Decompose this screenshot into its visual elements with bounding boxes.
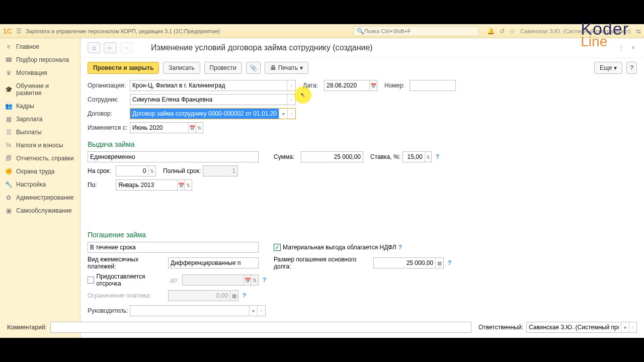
options-icon[interactable]: ⋮: [616, 43, 626, 52]
bell-icon[interactable]: 🔔: [487, 28, 495, 35]
app-title: Зарплата и управление персоналом КОРП, р…: [26, 28, 220, 34]
help-icon[interactable]: ?: [448, 259, 451, 266]
term-field[interactable]: ⇅: [116, 165, 156, 176]
grid-icon: ▦: [5, 116, 12, 123]
sidebar-item-payments[interactable]: ☰Выплаты: [0, 126, 80, 139]
sum-label: Сумма:: [274, 153, 299, 160]
employee-label: Сотрудник:: [88, 96, 128, 103]
chevron-down-icon[interactable]: ▾: [621, 322, 628, 332]
sidebar-item-main[interactable]: ≡Главное: [0, 40, 80, 53]
sidebar-item-motivation[interactable]: ♛Мотивация: [0, 66, 80, 79]
repay-section-title: Погашение займа: [88, 231, 637, 239]
sidebar-item-taxes[interactable]: %Налоги и взносы: [0, 139, 80, 152]
org-field[interactable]: ▫: [130, 80, 296, 91]
open-icon[interactable]: ▫: [287, 95, 295, 105]
calendar-icon[interactable]: 📅: [177, 180, 185, 190]
stepper-icon[interactable]: ⇅: [196, 123, 203, 133]
benefit-checkbox[interactable]: ✓ Материальная выгода облагается НДФЛ ?: [274, 244, 402, 251]
help-button[interactable]: ?: [626, 62, 637, 74]
close-icon[interactable]: ×: [629, 43, 637, 52]
back-button[interactable]: ←: [104, 42, 117, 53]
save-button[interactable]: Записать: [163, 62, 200, 74]
wrench-icon: 🔧: [5, 181, 12, 188]
sidebar-item-hr[interactable]: 👥Кадры: [0, 100, 80, 113]
repay-size-field[interactable]: ▦: [373, 257, 444, 268]
org-label: Организация:: [88, 82, 128, 89]
home-button[interactable]: ⌂: [88, 42, 101, 53]
user-label[interactable]: Савинская З.Ю. (Системный программист): [520, 28, 631, 34]
search-box[interactable]: 🔍: [353, 26, 479, 36]
number-field[interactable]: [410, 80, 456, 91]
comment-field[interactable]: [80, 322, 471, 333]
rate-field[interactable]: ⇅: [403, 151, 432, 162]
sidebar-item-admin[interactable]: ✿Администрирование: [0, 191, 80, 204]
open-icon[interactable]: ▫: [257, 306, 265, 316]
help-icon[interactable]: ?: [436, 153, 439, 160]
crown-icon: ♛: [5, 69, 12, 76]
sidebar-item-training[interactable]: 🎓Обучение и развитие: [0, 79, 80, 100]
percent-icon: %: [5, 142, 12, 149]
sidebar-item-settings[interactable]: 🔧Настройка: [0, 178, 80, 191]
payment-type-field[interactable]: [168, 257, 259, 268]
checkbox-icon: [88, 277, 94, 284]
sidebar-item-recruit[interactable]: ☎Подбор персонала: [0, 53, 80, 66]
help-icon[interactable]: ?: [243, 292, 246, 299]
attach-button[interactable]: 📎: [246, 62, 261, 74]
number-label: Номер:: [384, 82, 408, 89]
stepper-icon[interactable]: ⇅: [425, 152, 431, 162]
calendar-icon[interactable]: 📅: [369, 80, 377, 90]
stepper-icon[interactable]: ⇅: [184, 180, 192, 190]
history-icon[interactable]: ↺: [500, 28, 505, 35]
contract-label: Договор:: [88, 110, 128, 117]
more-button[interactable]: Еще ▾: [594, 62, 622, 74]
list-icon: ≡: [5, 43, 12, 50]
calc-icon[interactable]: ▦: [435, 258, 443, 268]
post-button[interactable]: Провести: [204, 62, 242, 74]
search-icon: 🔍: [357, 28, 364, 35]
menu-icon[interactable]: ☰: [16, 28, 22, 35]
issue-mode-field[interactable]: [88, 151, 259, 162]
chevron-down-icon: ▾: [300, 64, 303, 71]
contract-field[interactable]: ▾▫: [130, 108, 296, 119]
manager-field[interactable]: ▾▫: [130, 305, 266, 316]
print-button[interactable]: 🖶Печать ▾: [265, 62, 308, 74]
calc-icon: ▦: [230, 291, 238, 301]
post-and-close-button[interactable]: Провести и закрыть: [88, 62, 159, 74]
sidebar-item-safety[interactable]: ✊Охрана труда: [0, 165, 80, 178]
people-icon: 👥: [5, 103, 12, 110]
search-input[interactable]: [364, 28, 475, 34]
help-icon[interactable]: ?: [398, 244, 402, 251]
help-icon[interactable]: ?: [263, 277, 266, 284]
stepper-icon[interactable]: ⇅: [148, 166, 155, 176]
repay-mode-field[interactable]: [88, 242, 259, 253]
sidebar-item-reports[interactable]: 🗐Отчетность, справки: [0, 152, 80, 165]
deferral-checkbox[interactable]: Предоставляется отсрочка: [88, 273, 168, 287]
responsible-field[interactable]: ▾▫: [526, 322, 637, 333]
forward-button[interactable]: →: [120, 42, 133, 53]
sidebar-item-self[interactable]: ▣Самообслуживание: [0, 204, 80, 217]
date-field[interactable]: 📅: [324, 80, 377, 91]
open-icon[interactable]: ▫: [287, 109, 295, 119]
until-field[interactable]: 📅⇅: [116, 179, 192, 191]
chevron-down-icon[interactable]: ▾: [279, 109, 287, 119]
phone-icon: ☎: [5, 56, 12, 63]
sum-field[interactable]: [301, 151, 363, 162]
settings-icon[interactable]: ⇆: [636, 28, 641, 35]
chevron-down-icon[interactable]: ▾: [249, 306, 257, 316]
until-label: По:: [88, 182, 114, 189]
changes-field[interactable]: 📅⇅: [130, 122, 203, 133]
open-icon[interactable]: ▫: [287, 80, 295, 90]
sidebar: ≡Главное ☎Подбор персонала ♛Мотивация 🎓О…: [0, 38, 80, 338]
calendar-icon[interactable]: 📅: [188, 123, 195, 133]
issue-section-title: Выдача займа: [88, 140, 637, 148]
employee-field[interactable]: ▫: [130, 94, 296, 105]
star-icon[interactable]: ☆: [510, 28, 515, 35]
checkbox-icon: ✓: [274, 244, 281, 251]
defer-to-field: 📅⇅: [182, 275, 259, 286]
sidebar-item-salary[interactable]: ▦Зарплата: [0, 113, 80, 126]
date-label: Дата:: [303, 82, 322, 89]
term-label: На срок:: [88, 167, 114, 174]
open-icon[interactable]: ▫: [629, 322, 636, 332]
full-term-label: Полный срок:: [163, 167, 201, 174]
cap-icon: 🎓: [5, 86, 12, 93]
